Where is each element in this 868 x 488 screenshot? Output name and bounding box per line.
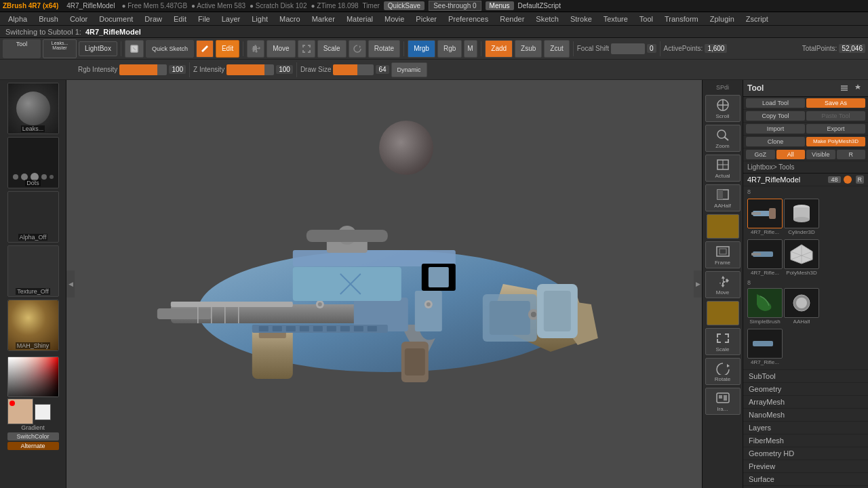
make-polymesh3d-btn[interactable]: Make PolyMesh3D (806, 137, 865, 146)
center-canvas[interactable]: ◀ ▶ (66, 80, 702, 488)
menu-transform[interactable]: Transform (659, 14, 704, 24)
lightbox-btn[interactable]: LightBox (79, 41, 117, 56)
thumb-simplebrush[interactable]: SimpleBrush (747, 288, 783, 325)
left-panel-toggle[interactable]: ◀ (66, 270, 75, 298)
menu-brush[interactable]: Brush (33, 14, 64, 24)
actual-btn[interactable]: Actual (705, 155, 741, 182)
all-btn[interactable]: All (776, 150, 806, 159)
preview-item[interactable]: Preview (743, 460, 868, 473)
frame-btn[interactable]: Frame (705, 241, 741, 268)
zsub-btn[interactable]: Zsub (515, 40, 542, 58)
aahalf-btn[interactable]: AAHalf (705, 184, 741, 211)
nanomesh-item[interactable]: NanoMesh (743, 409, 868, 422)
menus-btn[interactable]: Menus (486, 1, 514, 10)
menu-layer[interactable]: Layer (216, 14, 246, 24)
switch-color-btn[interactable]: SwitchColor (7, 432, 59, 441)
texture-thumbnail[interactable]: Texture_Off (7, 245, 59, 297)
zcut-btn[interactable]: Zcut (544, 40, 569, 58)
rotate-icon[interactable] (349, 40, 366, 58)
scale-icon[interactable] (298, 40, 315, 58)
menu-zplugin[interactable]: Zplugin (705, 14, 740, 24)
see-through-btn[interactable]: See-through 0 (429, 1, 481, 11)
focal-shift-value[interactable]: 0 (647, 44, 656, 53)
scroll-btn[interactable]: Scroll (705, 95, 741, 122)
edit-icon-btn[interactable] (196, 40, 214, 58)
menu-picker[interactable]: Picker (410, 14, 442, 24)
import-btn[interactable]: Import (746, 124, 805, 134)
menu-material[interactable]: Material (341, 14, 378, 24)
arraymesh-item[interactable]: ArrayMesh (743, 396, 868, 409)
brush-thumbnail[interactable]: Leaks... (7, 83, 59, 134)
tool-panel-icon[interactable] (838, 82, 850, 94)
menu-zscript[interactable]: Zscript (741, 14, 774, 24)
color-gradient[interactable] (7, 357, 59, 397)
thumb-cylinder[interactable]: Cylinder3D (784, 199, 819, 235)
tool-settings-icon[interactable] (852, 82, 864, 94)
alternate-btn[interactable]: Alternate (7, 442, 59, 450)
rgb-intensity-value[interactable]: 100 (169, 65, 186, 74)
rotate-btn[interactable]: Rotate (368, 40, 400, 58)
dynamic-btn[interactable]: Dynamic (391, 62, 427, 77)
menu-draw[interactable]: Draw (139, 14, 167, 24)
goz-btn[interactable]: GoZ (746, 150, 775, 159)
menu-preferences[interactable]: Preferences (443, 14, 494, 24)
draw-size-value[interactable]: 64 (376, 65, 389, 74)
quick-sketch-btn[interactable]: Quick Sketch (146, 40, 194, 58)
visible-btn[interactable]: Visible (806, 150, 835, 159)
ira-btn[interactable]: Ira... (705, 388, 741, 415)
projection-master-label[interactable]: Leaks... Master (43, 39, 77, 58)
copy-tool-btn[interactable]: Copy Tool (746, 111, 805, 121)
geometry-hd-item[interactable]: Geometry HD (743, 447, 868, 460)
color-swatch-2[interactable] (707, 301, 739, 325)
model-r-btn[interactable]: R (856, 176, 865, 184)
zoom-btn[interactable]: Zoom (705, 125, 741, 152)
geometry-item[interactable]: Geometry (743, 383, 868, 396)
load-tool-btn[interactable]: Load Tool (746, 98, 805, 108)
rotate-tool-btn[interactable]: Rotate (705, 358, 741, 385)
sketch-icon-btn[interactable] (125, 40, 144, 58)
menu-alpha[interactable]: Alpha (3, 14, 33, 24)
menu-color[interactable]: Color (64, 14, 93, 24)
menu-document[interactable]: Document (94, 14, 138, 24)
zadd-btn[interactable]: Zadd (485, 40, 513, 58)
projection-master-btn[interactable]: Tool (3, 39, 41, 58)
rgb-intensity-slider[interactable] (119, 64, 167, 75)
surface-item[interactable]: Surface (743, 473, 868, 486)
thumb-rifle-2[interactable]: 4R7_Rifle... (747, 239, 783, 276)
menu-tool[interactable]: Tool (634, 14, 658, 24)
menu-stroke[interactable]: Stroke (565, 14, 597, 24)
thumb-aahalf[interactable]: AAHalf (784, 288, 819, 325)
z-intensity-value[interactable]: 100 (276, 65, 293, 74)
thumb-rifle-1[interactable]: 4R7_Rifle... (747, 199, 783, 235)
z-intensity-slider[interactable] (226, 64, 274, 75)
quicksave-btn[interactable]: QuickSave (384, 1, 425, 10)
m-btn[interactable]: M (464, 40, 477, 58)
color-swatch-1[interactable] (707, 214, 739, 239)
rgb-btn[interactable]: Rgb (437, 40, 462, 58)
secondary-color-swatch[interactable] (35, 404, 51, 420)
export-btn[interactable]: Export (806, 124, 865, 134)
move-btn[interactable]: Move (267, 40, 295, 58)
scale-btn[interactable]: Scale (317, 40, 347, 58)
paste-tool-btn[interactable]: Paste Tool (806, 111, 865, 121)
focal-shift-slider[interactable] (611, 43, 645, 54)
menu-sketch[interactable]: Sketch (530, 14, 564, 24)
right-panel-toggle[interactable]: ▶ (694, 270, 702, 298)
move-tool-btn[interactable]: Move (705, 271, 741, 298)
alpha-thumbnail[interactable]: Alpha_Off (7, 191, 59, 243)
menu-texture[interactable]: Texture (598, 14, 633, 24)
menu-macro[interactable]: Macro (274, 14, 306, 24)
subtool-item[interactable]: SubTool (743, 370, 868, 383)
fibermesh-item[interactable]: FiberMesh (743, 434, 868, 447)
primary-color-swatch[interactable] (7, 399, 33, 424)
menu-edit[interactable]: Edit (168, 14, 192, 24)
material-thumbnail[interactable]: MAH_Shiny (7, 300, 59, 351)
draw-size-slider[interactable] (333, 64, 374, 75)
menu-movie[interactable]: Movie (379, 14, 410, 24)
menu-light[interactable]: Light (246, 14, 273, 24)
thumb-polymesh[interactable]: PolyMesh3D (784, 239, 819, 276)
menu-render[interactable]: Render (494, 14, 530, 24)
thumb-rifle-3[interactable]: 4R7_Rifle... (747, 329, 783, 365)
move-icon[interactable] (247, 40, 264, 58)
save-as-btn[interactable]: Save As (806, 98, 865, 108)
